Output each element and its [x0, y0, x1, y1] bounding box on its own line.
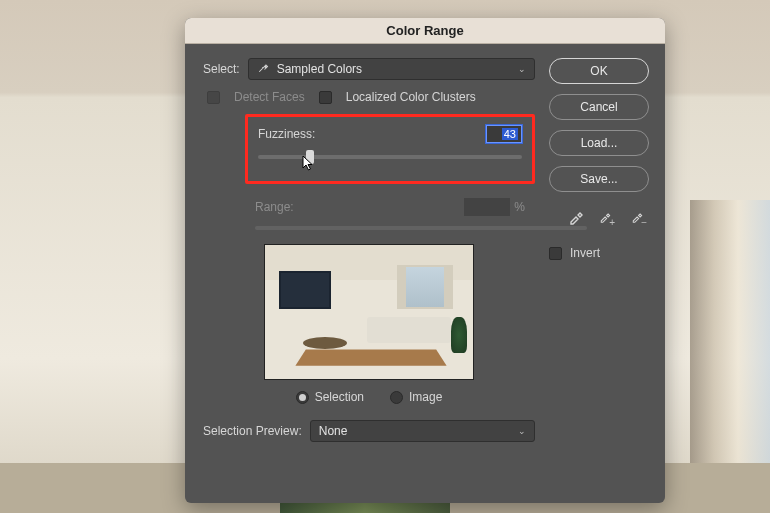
preview-wall-art: [279, 271, 331, 309]
fuzziness-slider[interactable]: [258, 155, 522, 159]
dialog-left-column: Select: Sampled Colors ⌄ Detect Faces: [203, 58, 535, 442]
selection-radio[interactable]: [296, 391, 309, 404]
chevron-down-icon: ⌄: [518, 64, 526, 74]
save-button[interactable]: Save...: [549, 166, 649, 192]
invert-row: Invert: [549, 246, 649, 260]
preview-mode-radios: Selection Image: [203, 390, 535, 404]
fuzziness-label: Fuzziness:: [258, 127, 315, 141]
range-slider: [255, 226, 587, 230]
load-button[interactable]: Load...: [549, 130, 649, 156]
color-range-dialog: Color Range Select: Sampled Colors ⌄: [185, 18, 665, 503]
selection-preview-dropdown[interactable]: None ⌄: [310, 420, 535, 442]
cancel-button[interactable]: Cancel: [549, 94, 649, 120]
eyedropper-icon: [257, 62, 269, 77]
range-row: Range: %: [245, 194, 535, 216]
preview-window: [397, 265, 453, 309]
fuzziness-input[interactable]: 43: [486, 125, 522, 143]
preview-rug: [295, 350, 446, 366]
select-label: Select:: [203, 62, 240, 76]
selection-radio-label: Selection: [315, 390, 364, 404]
invert-checkbox[interactable]: [549, 247, 562, 260]
dialog-body: Select: Sampled Colors ⌄ Detect Faces: [185, 44, 665, 456]
fuzziness-row: Fuzziness: 43: [258, 125, 522, 143]
preview-image[interactable]: [264, 244, 474, 380]
select-dropdown[interactable]: Sampled Colors ⌄: [248, 58, 535, 80]
plus-icon: +: [609, 217, 615, 228]
preview-sofa: [367, 317, 451, 343]
image-radio-label: Image: [409, 390, 442, 404]
options-row: Detect Faces Localized Color Clusters: [203, 90, 535, 104]
range-unit: %: [514, 200, 525, 214]
detect-faces-label: Detect Faces: [234, 90, 305, 104]
range-input: [464, 198, 510, 216]
dialog-title: Color Range: [386, 23, 463, 38]
fuzziness-highlighted-region: Fuzziness: 43: [245, 114, 535, 184]
fuzziness-slider-thumb[interactable]: [306, 150, 314, 164]
selection-preview-value: None: [319, 424, 348, 438]
preview-area: [203, 244, 535, 380]
minus-icon: −: [641, 217, 647, 228]
select-value: Sampled Colors: [277, 62, 362, 76]
select-row: Select: Sampled Colors ⌄: [203, 58, 535, 80]
range-label: Range:: [255, 200, 294, 214]
localized-clusters-label: Localized Color Clusters: [346, 90, 476, 104]
ok-button[interactable]: OK: [549, 58, 649, 84]
preview-plant: [451, 317, 467, 353]
image-radio[interactable]: [390, 391, 403, 404]
eyedropper-subtract-tool[interactable]: −: [631, 208, 649, 226]
invert-label: Invert: [570, 246, 600, 260]
selection-preview-label: Selection Preview:: [203, 424, 302, 438]
selection-preview-row: Selection Preview: None ⌄: [203, 420, 535, 442]
detect-faces-checkbox: [207, 91, 220, 104]
dialog-right-column: OK Cancel Load... Save... + −: [549, 58, 649, 442]
eyedropper-add-tool[interactable]: +: [599, 208, 617, 226]
preview-table: [303, 337, 347, 349]
localized-clusters-checkbox[interactable]: [319, 91, 332, 104]
chevron-down-icon: ⌄: [518, 426, 526, 436]
eyedropper-tools: + −: [549, 208, 649, 226]
background-photo: Color Range Select: Sampled Colors ⌄: [0, 0, 770, 513]
dialog-titlebar[interactable]: Color Range: [185, 18, 665, 44]
eyedropper-tool[interactable]: [567, 208, 585, 226]
fuzziness-value: 43: [502, 128, 518, 140]
